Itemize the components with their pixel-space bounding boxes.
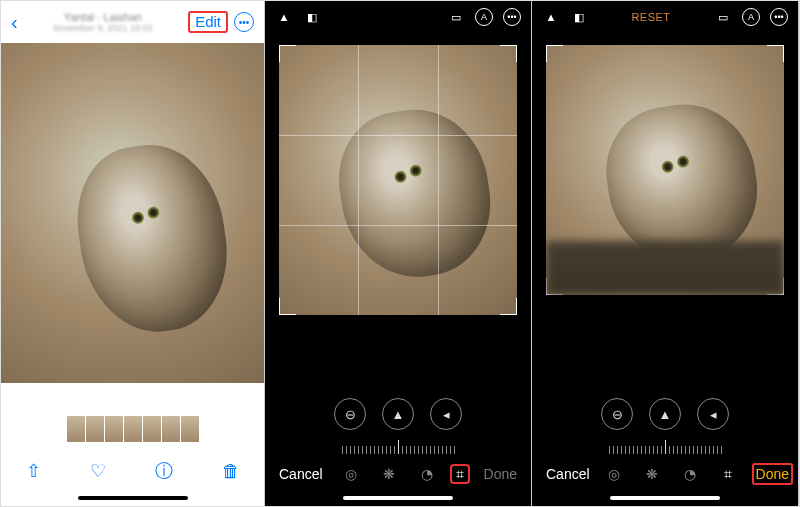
- crop-handle-tr[interactable]: [500, 45, 517, 62]
- adjust-mode-icon[interactable]: ◎: [604, 464, 624, 484]
- aspect-ratio-icon[interactable]: ▭: [447, 8, 465, 26]
- crop-handle-br[interactable]: [500, 298, 517, 315]
- markup-icon[interactable]: A: [742, 8, 760, 26]
- trash-icon[interactable]: 🗑: [222, 461, 240, 482]
- done-highlight: Done: [752, 463, 793, 485]
- ruler-center-tick: [398, 440, 399, 454]
- done-button[interactable]: Done: [484, 466, 517, 482]
- editor-crop-pane: ▲ ◧ ▭ A ••• ⊖ ▲ ◂ Cancel ◎ ❋ ◔ ⌗ Done: [265, 1, 532, 506]
- thumbnail[interactable]: [105, 416, 123, 442]
- back-chevron-icon[interactable]: ‹: [11, 11, 18, 34]
- viewer-header: ‹ Yantal · Laishan November 9, 2021 16:0…: [1, 1, 264, 43]
- portrait-mode-icon[interactable]: ◔: [680, 464, 700, 484]
- crop-tool-row: ⊖ ▲ ◂: [532, 392, 798, 432]
- portrait-mode-icon[interactable]: ◔: [417, 464, 437, 484]
- more-icon[interactable]: •••: [503, 8, 521, 26]
- crop-tool-row: ⊖ ▲ ◂: [265, 392, 531, 432]
- editor-header: ▲ ◧ ▭ A •••: [265, 1, 531, 33]
- cancel-button[interactable]: Cancel: [279, 466, 323, 482]
- crop-handle-bl[interactable]: [279, 298, 296, 315]
- aspect-ratio-icon[interactable]: ▭: [714, 8, 732, 26]
- thumbnail[interactable]: [86, 416, 104, 442]
- share-icon[interactable]: ⇧: [26, 460, 41, 482]
- markup-icon[interactable]: A: [475, 8, 493, 26]
- vertical-perspective-icon[interactable]: ▲: [649, 398, 681, 430]
- photos-viewer-pane: ‹ Yantal · Laishan November 9, 2021 16:0…: [1, 1, 265, 506]
- header-title-group: Yantal · Laishan November 9, 2021 16:02: [18, 11, 188, 33]
- crop-mode-icon[interactable]: ⌗: [450, 464, 470, 484]
- thumbnail[interactable]: [124, 416, 142, 442]
- horizontal-perspective-icon[interactable]: ◂: [430, 398, 462, 430]
- edit-mode-tabs: ◎ ❋ ◔ ⌗: [604, 464, 738, 484]
- more-options-icon[interactable]: •••: [234, 12, 254, 32]
- photo-preview[interactable]: [1, 43, 264, 383]
- crop-handle-tr[interactable]: [767, 45, 784, 62]
- angle-ruler[interactable]: [265, 432, 531, 454]
- thumbnail[interactable]: [143, 416, 161, 442]
- filters-mode-icon[interactable]: ❋: [379, 464, 399, 484]
- photo-subject-cat: [68, 136, 237, 341]
- straighten-tool-icon[interactable]: ⊖: [334, 398, 366, 430]
- angle-ruler[interactable]: [532, 432, 798, 454]
- home-indicator[interactable]: [78, 496, 188, 500]
- filters-mode-icon[interactable]: ❋: [642, 464, 662, 484]
- flip-horizontal-icon[interactable]: ▲: [542, 8, 560, 26]
- horizontal-perspective-icon[interactable]: ◂: [697, 398, 729, 430]
- flip-horizontal-icon[interactable]: ▲: [275, 8, 293, 26]
- straighten-tool-icon[interactable]: ⊖: [601, 398, 633, 430]
- thumbnail-strip[interactable]: [1, 410, 264, 448]
- ruler-center-tick: [665, 440, 666, 454]
- edit-button[interactable]: Edit: [192, 12, 224, 31]
- editor-header: ▲ ◧ RESET ▭ A •••: [532, 1, 798, 33]
- done-button[interactable]: Done: [756, 466, 789, 482]
- home-indicator[interactable]: [343, 496, 453, 500]
- editor-bottom-bar: Cancel ◎ ❋ ◔ ⌗ Done: [532, 454, 798, 494]
- crop-handle-tl[interactable]: [546, 45, 563, 62]
- crop-handle-tl[interactable]: [279, 45, 296, 62]
- crop-canvas[interactable]: [532, 33, 798, 392]
- editor-done-pane: ▲ ◧ RESET ▭ A ••• ⊖ ▲ ◂ Cancel ◎ ❋ ◔ ⌗: [532, 1, 799, 506]
- heart-icon[interactable]: ♡: [90, 460, 106, 482]
- cancel-button[interactable]: Cancel: [546, 466, 590, 482]
- edit-highlight: Edit: [188, 11, 228, 33]
- timestamp-subtitle: November 9, 2021 16:02: [18, 23, 188, 33]
- reset-button[interactable]: RESET: [631, 11, 670, 23]
- home-indicator[interactable]: [610, 496, 720, 500]
- rotate-icon[interactable]: ◧: [303, 8, 321, 26]
- crop-frame[interactable]: [279, 45, 517, 315]
- adjust-mode-icon[interactable]: ◎: [341, 464, 361, 484]
- info-icon[interactable]: ⓘ: [155, 459, 173, 483]
- header-actions: Edit •••: [188, 11, 254, 33]
- thumbnail[interactable]: [181, 416, 199, 442]
- viewer-toolbar: ⇧ ♡ ⓘ 🗑: [1, 448, 264, 494]
- edit-mode-tabs: ◎ ❋ ◔ ⌗: [337, 464, 470, 484]
- location-title: Yantal · Laishan: [18, 11, 188, 23]
- crop-canvas[interactable]: [265, 33, 531, 392]
- more-icon[interactable]: •••: [770, 8, 788, 26]
- crop-frame[interactable]: [546, 45, 784, 295]
- thumbnail[interactable]: [162, 416, 180, 442]
- crop-mode-icon[interactable]: ⌗: [718, 464, 738, 484]
- vertical-perspective-icon[interactable]: ▲: [382, 398, 414, 430]
- rotate-icon[interactable]: ◧: [570, 8, 588, 26]
- thumbnail[interactable]: [67, 416, 85, 442]
- editor-bottom-bar: Cancel ◎ ❋ ◔ ⌗ Done: [265, 454, 531, 494]
- crop-excluded-region: [546, 241, 784, 295]
